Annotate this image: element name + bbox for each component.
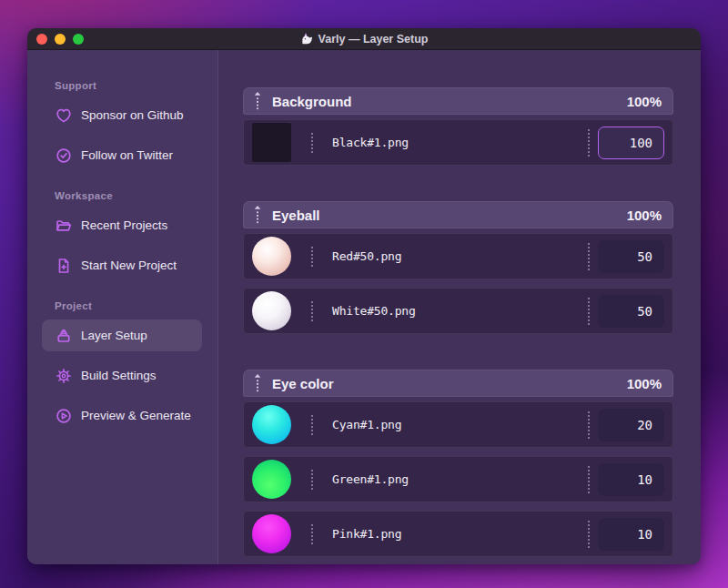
layer-filename: Pink#1.png	[332, 527, 401, 541]
sidebar-section-label: Support	[55, 80, 217, 91]
drag-handle-icon[interactable]	[253, 91, 262, 111]
folder-icon	[55, 217, 73, 235]
layer-row[interactable]: Cyan#1.png	[243, 401, 673, 448]
green-sphere-thumbnail	[252, 460, 291, 499]
layer-weight-input[interactable]	[598, 240, 664, 273]
layer-group-header[interactable]: Eye color 100%	[243, 370, 673, 397]
minimize-window-button[interactable]	[55, 34, 66, 45]
sidebar-item-sponsor-on-github[interactable]: Sponsor on Github	[42, 99, 202, 131]
divider-dotted	[588, 298, 590, 325]
sidebar-item-preview-generate[interactable]: Preview & Generate	[42, 400, 202, 431]
divider-dotted	[588, 466, 590, 493]
sidebar-item-build-settings[interactable]: Build Settings	[42, 360, 202, 391]
layer-weight-input[interactable]	[598, 409, 664, 441]
layer-group-title: Background	[272, 94, 352, 109]
sidebar-section-label: Project	[55, 300, 217, 311]
zoom-window-button[interactable]	[73, 34, 84, 45]
layer-group: Background 100% Black#1.png	[243, 87, 673, 166]
sidebar-item-label: Sponsor on Github	[81, 108, 184, 122]
heart-icon	[55, 106, 73, 125]
layer-weight-input[interactable]	[598, 127, 664, 159]
layer-group-weight: 100%	[627, 376, 662, 391]
sidebar-item-recent-projects[interactable]: Recent Projects	[42, 209, 202, 241]
red-sphere-thumbnail	[252, 237, 291, 276]
divider-dotted	[588, 129, 590, 157]
close-window-button[interactable]	[36, 34, 47, 45]
app-window: Varly — Layer Setup Support Sponsor on G…	[27, 28, 701, 564]
divider-dotted	[311, 415, 313, 435]
layer-row[interactable]: White#50.png	[243, 288, 673, 334]
divider-dotted	[311, 133, 313, 153]
layer-group: Eye color 100% Cyan#1.png Green#1.png Pi…	[243, 370, 673, 557]
sidebar-item-start-new-project[interactable]: Start New Project	[42, 249, 202, 281]
divider-dotted	[311, 470, 313, 490]
sidebar: Support Sponsor on Github Follow on Twit…	[27, 50, 218, 564]
sidebar-section: Support Sponsor on Github Follow on Twit…	[27, 80, 217, 171]
layers-icon	[55, 327, 73, 345]
divider-dotted	[588, 411, 590, 439]
window-title: Varly — Layer Setup	[318, 33, 429, 46]
sidebar-item-label: Preview & Generate	[81, 409, 191, 422]
layer-row[interactable]: Black#1.png	[243, 119, 673, 166]
sidebar-item-label: Follow on Twitter	[81, 148, 173, 162]
pink-sphere-thumbnail	[252, 514, 291, 553]
layer-group-title: Eyeball	[272, 208, 320, 223]
divider-dotted	[311, 524, 313, 544]
layer-filename: Cyan#1.png	[332, 418, 401, 431]
layer-row[interactable]: Green#1.png	[243, 456, 673, 502]
divider-dotted	[588, 521, 590, 548]
layer-filename: Black#1.png	[332, 136, 409, 149]
divider-dotted	[311, 247, 313, 267]
layer-filename: White#50.png	[332, 304, 416, 318]
sidebar-item-follow-on-twitter[interactable]: Follow on Twitter	[42, 139, 202, 171]
sidebar-section-label: Workspace	[55, 190, 217, 201]
drag-handle-icon[interactable]	[253, 205, 262, 225]
sidebar-section: Workspace Recent Projects Start New Proj…	[27, 190, 217, 281]
check-badge-icon	[55, 147, 73, 165]
sidebar-item-label: Start New Project	[81, 259, 177, 272]
layer-weight-input[interactable]	[598, 463, 664, 496]
layer-group-header[interactable]: Background 100%	[243, 87, 673, 115]
layer-list: Background 100% Black#1.png Eyeball 100%…	[218, 50, 701, 564]
unicorn-app-icon	[300, 32, 314, 46]
layer-filename: Red#50.png	[332, 249, 401, 263]
file-plus-icon	[55, 257, 73, 275]
sidebar-item-layer-setup[interactable]: Layer Setup	[42, 319, 202, 351]
layer-group-weight: 100%	[627, 208, 662, 223]
sidebar-item-label: Build Settings	[81, 369, 157, 382]
layer-group-header[interactable]: Eyeball 100%	[243, 201, 673, 228]
window-titlebar: Varly — Layer Setup	[27, 28, 701, 50]
layer-group: Eyeball 100% Red#50.png White#50.png	[243, 201, 673, 334]
divider-dotted	[588, 243, 590, 270]
sidebar-section: Project Layer Setup Build Settings Previ…	[27, 300, 217, 431]
gear-icon	[55, 367, 73, 385]
layer-weight-input[interactable]	[598, 518, 664, 551]
layer-weight-input[interactable]	[598, 295, 664, 328]
cyan-sphere-thumbnail	[252, 405, 291, 444]
sidebar-item-label: Recent Projects	[81, 218, 167, 232]
play-circle-icon	[55, 407, 73, 425]
layer-row[interactable]: Red#50.png	[243, 233, 673, 279]
divider-dotted	[311, 301, 313, 321]
drag-handle-icon[interactable]	[253, 373, 262, 393]
sidebar-item-label: Layer Setup	[81, 329, 147, 342]
white-sphere-thumbnail	[252, 291, 291, 330]
layer-group-weight: 100%	[627, 94, 662, 109]
black-square-thumbnail	[252, 123, 291, 162]
layer-group-title: Eye color	[272, 376, 334, 391]
layer-row[interactable]: Pink#1.png	[243, 511, 673, 557]
traffic-lights	[36, 34, 84, 45]
layer-filename: Green#1.png	[332, 472, 409, 486]
